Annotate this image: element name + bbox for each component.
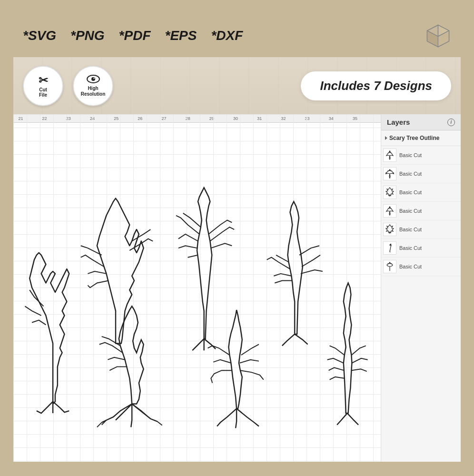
header-banner: *SVG *PNG *PDF *EPS *DXF [13, 14, 461, 57]
file-label: File [39, 92, 47, 98]
expand-triangle-icon [385, 136, 387, 140]
layer-thumb-3 [383, 186, 396, 199]
layer-name-6: Basic Cut [399, 245, 422, 251]
layer-thumb-6 [383, 241, 396, 255]
layer-item-2[interactable]: Basic Cut [381, 165, 461, 183]
layer-name-7: Basic Cut [399, 264, 422, 269]
layer-thumb-1 [383, 149, 396, 162]
high-res-label: HighResolution [81, 86, 106, 97]
layer-name-4: Basic Cut [399, 208, 422, 214]
layer-item-5[interactable]: Basic Cut [381, 220, 461, 239]
format-labels: *SVG *PNG *PDF *EPS *DXF [23, 28, 243, 43]
panel-header: Layers i [381, 114, 461, 130]
layer-thumb-2 [383, 167, 396, 180]
sub-header: ✂ Cut File HighResolution Includes 7 Des… [13, 57, 461, 114]
svg-point-9 [93, 78, 94, 79]
layer-item-7[interactable]: Basic Cut [381, 258, 461, 276]
layer-name-5: Basic Cut [399, 227, 422, 232]
layer-thumb-5 [383, 223, 396, 236]
format-dxf: *DXF [211, 28, 243, 43]
svg-point-8 [91, 77, 95, 81]
layer-item-1[interactable]: Basic Cut [381, 146, 461, 165]
includes-designs-label: Includes 7 Designs [301, 71, 451, 100]
layer-item-6[interactable]: Basic Cut [381, 239, 461, 258]
panel-title: Layers [387, 118, 410, 126]
layer-item-3[interactable]: Basic Cut [381, 183, 461, 202]
outer-frame: *SVG *PNG *PDF *EPS *DXF ✂ [9, 10, 465, 466]
main-content: ✂ Cut File HighResolution Includes 7 Des… [13, 57, 461, 462]
layer-name-3: Basic Cut [399, 189, 422, 195]
layer-group: Scary Tree Outline [381, 130, 461, 146]
layer-item-4[interactable]: Basic Cut [381, 202, 461, 220]
layer-group-header[interactable]: Scary Tree Outline [385, 133, 457, 143]
trees-container [13, 123, 381, 462]
high-resolution-badge: HighResolution [73, 66, 113, 106]
right-panel: Layers i Scary Tree Outline Basic Cut [381, 114, 461, 462]
cube-icon [425, 23, 451, 49]
trees-svg [13, 123, 381, 462]
layer-thumb-4 [383, 204, 396, 218]
canvas-main[interactable]: 21 22 23 24 25 26 27 28 29 30 31 32 33 3… [13, 114, 381, 462]
eye-icon [87, 75, 100, 86]
format-pdf: *PDF [119, 28, 151, 43]
info-icon[interactable]: i [447, 119, 455, 126]
canvas-area: 21 22 23 24 25 26 27 28 29 30 31 32 33 3… [13, 114, 461, 462]
format-svg: *SVG [23, 28, 56, 43]
format-png: *PNG [70, 28, 105, 43]
cut-file-badge: ✂ Cut File [23, 66, 63, 106]
cut-label: Cut [39, 87, 47, 92]
layer-name-1: Basic Cut [399, 152, 422, 158]
layer-name-2: Basic Cut [399, 171, 422, 177]
layer-group-name: Scary Tree Outline [389, 135, 439, 141]
format-eps: *EPS [165, 28, 197, 43]
layer-thumb-7 [383, 260, 396, 273]
scissors-icon: ✂ [39, 74, 48, 87]
